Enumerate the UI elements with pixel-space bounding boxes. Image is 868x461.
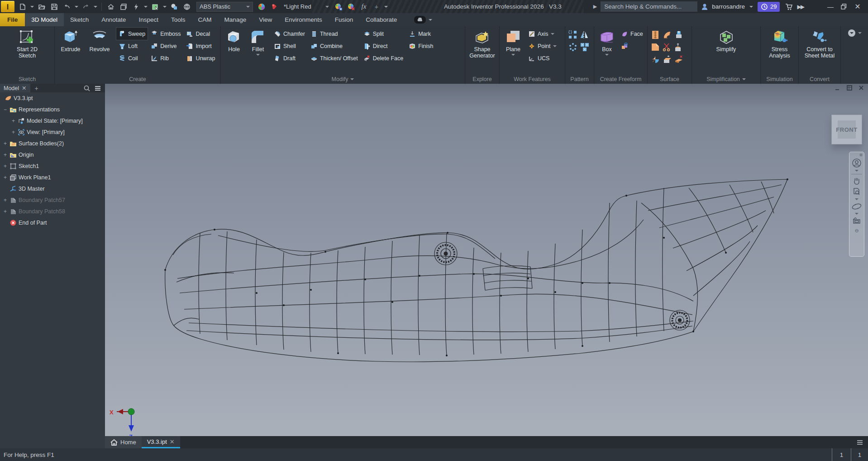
patch-icon[interactable]	[650, 42, 660, 52]
undo-button[interactable]	[61, 1, 73, 12]
close-button[interactable]: ✕	[851, 1, 864, 13]
navigation-wheel-caret[interactable]	[855, 170, 858, 172]
collapse-icon[interactable]: −	[3, 106, 8, 113]
tab-file[interactable]: File	[0, 13, 25, 26]
tree-item-view-rep[interactable]: + View: [Primary]	[0, 126, 105, 138]
extrude-button[interactable]: Extrude	[57, 28, 85, 75]
thicken-offset-button[interactable]: Thicken/ Offset	[308, 52, 360, 64]
expand-icon[interactable]: +	[3, 208, 8, 215]
orbit-icon[interactable]	[851, 202, 862, 211]
panel-label-create-freeform[interactable]: Create Freeform	[594, 75, 647, 84]
pan-icon[interactable]	[852, 176, 862, 186]
viewcube[interactable]: FRONT	[831, 115, 862, 144]
tab-view[interactable]: View	[253, 13, 278, 26]
loft-button[interactable]: Loft	[116, 40, 148, 52]
tab-home[interactable]: Home	[105, 436, 142, 448]
stress-analysis-button[interactable]: Stress Analysis	[765, 28, 795, 75]
home-button[interactable]	[105, 1, 117, 12]
inventor-logo[interactable]: I	[1, 1, 14, 12]
render-button[interactable]	[181, 1, 193, 12]
expand-icon[interactable]: +	[11, 118, 16, 124]
shell-button[interactable]: Shell	[272, 40, 307, 52]
mark-button[interactable]: Mark	[406, 28, 435, 40]
hole-button[interactable]: Hole	[223, 28, 245, 75]
redo-button[interactable]	[80, 1, 92, 12]
derive-button[interactable]: Derive	[148, 40, 183, 52]
browser-tab-close-icon[interactable]: ✕	[22, 85, 26, 91]
navbar-close-icon[interactable]: ⊗	[859, 153, 863, 157]
stitch-icon[interactable]	[650, 30, 660, 40]
tab-cam[interactable]: CAM	[191, 13, 218, 26]
tree-item-3d-master[interactable]: 3D Master	[0, 183, 105, 194]
rib-button[interactable]: Rib	[148, 52, 183, 64]
panel-label-work-features[interactable]: Work Features	[500, 75, 565, 84]
material-button[interactable]	[149, 1, 161, 12]
redo-caret[interactable]	[94, 6, 97, 8]
thread-button[interactable]: Thread	[308, 28, 360, 40]
viewport[interactable]: FRONT ⊗ ⊖ X Z	[105, 84, 868, 436]
tree-item-model-state[interactable]: + Model State: [Primary]	[0, 115, 105, 126]
appearance-sample-button[interactable]	[168, 1, 180, 12]
zoom-icon[interactable]	[852, 187, 862, 197]
tree-item-origin[interactable]: + Origin	[0, 149, 105, 160]
search-input[interactable]	[601, 1, 697, 12]
notification-badge[interactable]: 29	[758, 2, 780, 12]
wireframe-model[interactable]	[105, 84, 868, 436]
cart-icon[interactable]	[785, 3, 792, 10]
tab-fusion[interactable]: Fusion	[329, 13, 360, 26]
circular-pattern-icon[interactable]	[568, 42, 578, 52]
boundary-patch-icon[interactable]	[650, 54, 660, 64]
panel-label-create[interactable]: Create	[55, 75, 220, 84]
axis-button[interactable]: Axis	[526, 28, 559, 40]
tab-manage[interactable]: Manage	[218, 13, 253, 26]
undo-caret[interactable]	[75, 6, 78, 8]
minimize-button[interactable]: —	[824, 1, 837, 13]
new-file-caret[interactable]	[30, 6, 34, 8]
expand-icon[interactable]: +	[3, 152, 8, 158]
freeform-face-button[interactable]: Face	[619, 28, 645, 40]
revolve-button[interactable]: Revolve	[86, 28, 114, 75]
orbit-caret[interactable]	[855, 213, 858, 215]
finish-button[interactable]: Finish	[406, 40, 435, 52]
new-window-button[interactable]	[118, 1, 129, 12]
browser-search-icon[interactable]	[83, 85, 91, 92]
delete-surface-icon[interactable]	[674, 54, 684, 64]
convert-freeform-button[interactable]	[619, 40, 645, 52]
sketch-driven-pattern-icon[interactable]	[580, 42, 590, 52]
search-expand-arrow[interactable]: ▶	[593, 4, 597, 10]
sculpt-icon[interactable]	[674, 42, 684, 52]
navigation-wheel-icon[interactable]	[851, 158, 862, 168]
emboss-button[interactable]: Emboss	[148, 28, 183, 40]
panel-label-sketch[interactable]: Sketch	[0, 75, 54, 84]
panel-label-simulation[interactable]: Simulation	[761, 75, 798, 84]
user-avatar-icon[interactable]	[701, 3, 708, 10]
trim-icon[interactable]	[662, 42, 672, 52]
zoom-caret[interactable]	[855, 198, 858, 200]
ruled-surface-icon[interactable]	[662, 30, 672, 40]
browser-tab-model[interactable]: Model ✕	[0, 84, 30, 92]
panel-label-modify[interactable]: Modify	[221, 75, 465, 84]
tree-item-representations[interactable]: − Representations	[0, 104, 105, 115]
extend-surface-icon[interactable]	[674, 30, 684, 40]
draft-button[interactable]: Draft	[272, 52, 307, 64]
shape-generator-button[interactable]: Shape Generator	[467, 28, 497, 75]
tree-item-work-plane1[interactable]: + Work Plane1	[0, 172, 105, 183]
user-menu-caret[interactable]	[749, 6, 753, 8]
expand-icon[interactable]: +	[3, 140, 8, 147]
combine-button[interactable]: Combine	[308, 40, 360, 52]
tab-tools[interactable]: Tools	[165, 13, 192, 26]
plane-button[interactable]: Plane	[501, 28, 525, 75]
tab-sketch[interactable]: Sketch	[64, 13, 95, 26]
panel-label-explore[interactable]: Explore	[465, 75, 499, 84]
coil-button[interactable]: Coil	[116, 52, 148, 64]
axis-caret[interactable]	[551, 33, 554, 35]
restore-button[interactable]	[837, 1, 851, 13]
user-name[interactable]: barrosandre	[712, 3, 745, 10]
sweep-button[interactable]: Sweep	[116, 28, 148, 40]
convert-sheet-metal-button[interactable]: Convert to Sheet Metal	[801, 28, 839, 75]
tree-item-end-of-part[interactable]: End of Part	[0, 217, 105, 228]
tab-environments[interactable]: Environments	[278, 13, 329, 26]
tree-item-part[interactable]: V3.3.ipt	[0, 92, 105, 104]
delete-face-button[interactable]: Delete Face	[361, 52, 405, 64]
replace-face-icon[interactable]	[662, 54, 672, 64]
